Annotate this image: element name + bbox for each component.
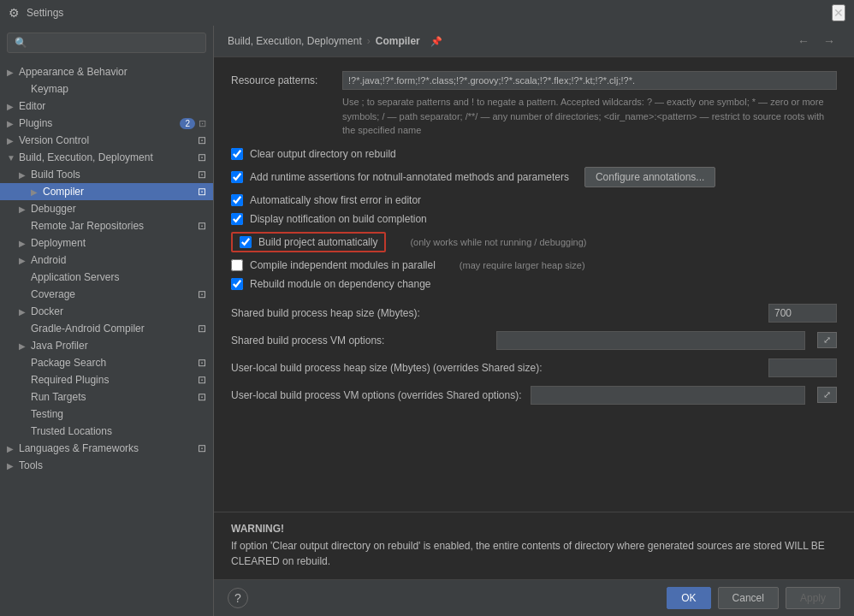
configure-annotations-button[interactable]: Configure annotations... xyxy=(584,167,715,187)
user-heap-input[interactable] xyxy=(768,358,837,377)
runtime-assertions-row: Add runtime assertions for notnull-annot… xyxy=(231,167,837,187)
sidebar-item-run-targets[interactable]: Run Targets ⊡ xyxy=(0,388,213,406)
apply-button[interactable]: Apply xyxy=(786,587,840,609)
sidebar-item-java-profiler[interactable]: ▶ Java Profiler xyxy=(0,337,213,354)
runtime-assertions-label: Add runtime assertions for notnull-annot… xyxy=(250,171,569,183)
sidebar-item-appearance[interactable]: ▶ Appearance & Behavior xyxy=(0,63,213,80)
sidebar-item-label: Testing xyxy=(31,408,63,420)
sidebar-item-languages-frameworks[interactable]: ▶ Languages & Frameworks ⊡ xyxy=(0,440,213,457)
display-notification-label: Display notification on build completion xyxy=(250,213,427,225)
sidebar-item-compiler[interactable]: ▶ Compiler ⊡ xyxy=(0,183,213,200)
sidebar-item-trusted-locations[interactable]: Trusted Locations xyxy=(0,423,213,440)
resource-patterns-hint: Use ; to separate patterns and ! to nega… xyxy=(342,95,837,138)
sidebar-item-keymap[interactable]: Keymap xyxy=(0,80,213,98)
user-vm-label: User-local build process VM options (ove… xyxy=(231,389,522,401)
shared-heap-input[interactable] xyxy=(768,304,837,323)
help-button[interactable]: ? xyxy=(228,588,248,608)
rebuild-module-checkbox[interactable] xyxy=(231,278,243,290)
sidebar-item-label: Remote Jar Repositories xyxy=(31,220,144,232)
sidebar-tree: ▶ Appearance & Behavior Keymap ▶ Editor … xyxy=(0,60,213,616)
sidebar-item-debugger[interactable]: ▶ Debugger xyxy=(0,200,213,217)
close-button[interactable]: ✕ xyxy=(832,4,845,21)
search-input[interactable] xyxy=(33,37,199,49)
build-auto-label: Build project automatically xyxy=(258,236,377,248)
clear-output-label: Clear output directory on rebuild xyxy=(250,148,396,160)
sidebar-item-testing[interactable]: Testing xyxy=(0,406,213,423)
sidebar-item-label: Languages & Frameworks xyxy=(19,442,139,454)
sidebar-item-version-control[interactable]: ▶ Version Control ⊡ xyxy=(0,132,213,149)
cancel-button[interactable]: Cancel xyxy=(718,587,779,609)
title-bar: ⚙ Settings ✕ xyxy=(0,0,854,26)
rebuild-module-label: Rebuild module on dependency change xyxy=(250,278,431,290)
show-first-error-row: Automatically show first error in editor xyxy=(231,194,837,206)
bottom-bar: ? OK Cancel Apply xyxy=(214,579,854,616)
sidebar-item-editor[interactable]: ▶ Editor xyxy=(0,98,213,115)
shared-vm-expand-button[interactable]: ⤢ xyxy=(817,332,837,348)
arrow-icon: ▼ xyxy=(7,153,19,163)
sidebar-item-tools[interactable]: ▶ Tools xyxy=(0,457,213,474)
sidebar-item-label: Build Tools xyxy=(31,169,80,181)
show-first-error-checkbox[interactable] xyxy=(231,194,243,206)
sidebar-item-build-execution[interactable]: ▼ Build, Execution, Deployment ⊡ xyxy=(0,149,213,166)
cov-icon: ⊡ xyxy=(198,288,206,300)
warning-text: If option 'Clear output directory on reb… xyxy=(231,538,837,569)
sidebar-item-label: Package Search xyxy=(31,357,106,369)
arrow-icon: ▶ xyxy=(31,187,43,197)
sidebar-item-label: Run Targets xyxy=(31,391,86,403)
main-content: Build, Execution, Deployment › Compiler … xyxy=(214,26,854,616)
user-vm-input[interactable] xyxy=(531,386,806,405)
warning-title: WARNING! xyxy=(231,523,837,535)
breadcrumb-parent: Build, Execution, Deployment xyxy=(228,35,362,47)
sidebar-item-remote-jar[interactable]: Remote Jar Repositories ⊡ xyxy=(0,217,213,234)
display-notification-checkbox[interactable] xyxy=(231,213,243,225)
arrow-icon: ▶ xyxy=(19,256,31,265)
breadcrumb-actions: ← → xyxy=(792,33,840,50)
bottom-left: ? xyxy=(228,588,660,608)
sidebar-item-package-search[interactable]: Package Search ⊡ xyxy=(0,354,213,371)
forward-button[interactable]: → xyxy=(818,33,840,50)
runtime-assertions-checkbox[interactable] xyxy=(231,171,243,183)
build-auto-checkbox[interactable] xyxy=(240,236,252,248)
back-button[interactable]: ← xyxy=(792,33,815,50)
vc-icon: ⊡ xyxy=(198,134,206,146)
user-vm-expand-button[interactable]: ⤢ xyxy=(817,387,837,403)
sidebar-item-label: Compiler xyxy=(43,186,84,198)
sidebar-item-label: Docker xyxy=(31,305,63,317)
sidebar-item-label: Android xyxy=(31,254,66,266)
clear-output-checkbox[interactable] xyxy=(231,148,243,160)
sidebar-item-label: Trusted Locations xyxy=(31,425,112,437)
user-heap-row: User-local build process heap size (Mbyt… xyxy=(231,358,837,377)
shared-heap-label: Shared build process heap size (Mbytes): xyxy=(231,307,760,319)
arrow-icon: ▶ xyxy=(19,341,31,351)
sidebar-item-plugins[interactable]: ▶ Plugins 2 ⊡ xyxy=(0,115,213,132)
show-first-error-label: Automatically show first error in editor xyxy=(250,194,421,206)
resource-pattern-row: Resource patterns: xyxy=(231,71,837,90)
sidebar-item-app-servers[interactable]: Application Servers xyxy=(0,269,213,286)
arrow-icon: ▶ xyxy=(7,136,19,145)
sidebar-item-docker[interactable]: ▶ Docker xyxy=(0,303,213,320)
rp-icon: ⊡ xyxy=(198,374,206,386)
ok-button[interactable]: OK xyxy=(667,587,710,609)
compile-parallel-checkbox[interactable] xyxy=(231,259,243,271)
sidebar-item-gradle-android[interactable]: Gradle-Android Compiler ⊡ xyxy=(0,320,213,337)
sidebar-item-build-tools[interactable]: ▶ Build Tools ⊡ xyxy=(0,166,213,183)
build-auto-note: (only works while not running / debuggin… xyxy=(410,237,586,247)
sidebar-item-label: Version Control xyxy=(19,134,89,146)
arrow-icon: ▶ xyxy=(7,119,19,128)
sidebar-item-label: Gradle-Android Compiler xyxy=(31,323,145,335)
shared-vm-input[interactable] xyxy=(496,331,805,350)
user-heap-label: User-local build process heap size (Mbyt… xyxy=(231,362,760,374)
search-box[interactable]: 🔍 xyxy=(7,33,206,53)
ga-icon: ⊡ xyxy=(198,323,206,335)
breadcrumb-bar: Build, Execution, Deployment › Compiler … xyxy=(214,26,854,57)
rjr-icon: ⊡ xyxy=(198,220,206,232)
sidebar-item-deployment[interactable]: ▶ Deployment xyxy=(0,234,213,252)
title-bar-left: ⚙ Settings xyxy=(9,6,63,20)
arrow-icon: ▶ xyxy=(7,461,19,471)
sidebar-item-coverage[interactable]: Coverage ⊡ xyxy=(0,286,213,303)
sidebar-item-android[interactable]: ▶ Android xyxy=(0,252,213,269)
settings-panel: Resource patterns: Use ; to separate pat… xyxy=(214,57,854,512)
sidebar-item-required-plugins[interactable]: Required Plugins ⊡ xyxy=(0,371,213,388)
arrow-icon: ▶ xyxy=(19,204,31,214)
resource-patterns-input[interactable] xyxy=(342,71,837,90)
